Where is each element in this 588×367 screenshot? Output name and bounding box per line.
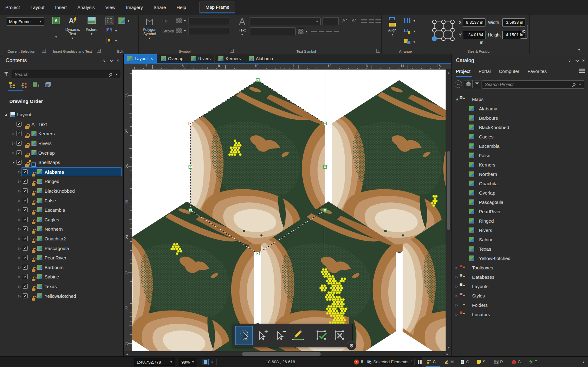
expand-icon[interactable]: ▷ bbox=[456, 313, 458, 316]
layer-row-ringed[interactable]: ▷✓Ringed bbox=[0, 176, 123, 186]
align-right-icon[interactable] bbox=[326, 29, 332, 33]
layer-row-pearlriver[interactable]: ▷✓PearlRiver bbox=[0, 253, 123, 263]
expand-icon[interactable]: ▷ bbox=[18, 256, 21, 259]
scroll-left-arrow[interactable]: ◄ bbox=[126, 351, 129, 357]
layer-row-escambia[interactable]: ▷✓Escambia bbox=[0, 205, 123, 215]
y-input[interactable]: 24.0184 in bbox=[463, 31, 485, 39]
expand-icon[interactable]: ▷ bbox=[456, 285, 458, 288]
catalog-item-texas[interactable]: Texas bbox=[452, 244, 588, 254]
order-icon[interactable] bbox=[404, 39, 410, 44]
catalog-item-pascagoula[interactable]: Pascagoula bbox=[452, 197, 588, 207]
layer-row-shellmaps[interactable]: ◢✓ShellMaps bbox=[0, 157, 123, 167]
layer-row-cagles[interactable]: ▷✓Cagles bbox=[0, 215, 123, 225]
expand-icon[interactable]: ▷ bbox=[18, 246, 21, 250]
cancel-edit-button[interactable] bbox=[331, 326, 349, 345]
map-frame-hexagons[interactable] bbox=[132, 80, 446, 351]
catalog-item-rivers[interactable]: Rivers bbox=[452, 225, 588, 235]
visibility-checkbox[interactable]: ✓ bbox=[23, 207, 28, 212]
menu-insert[interactable]: Insert bbox=[50, 0, 72, 15]
scroll-down-arrow[interactable]: ▼ bbox=[447, 345, 450, 350]
catalog-item-databases[interactable]: ▷Databases bbox=[452, 272, 588, 282]
catalog-tab-portal[interactable]: Portal bbox=[479, 69, 491, 74]
tab-list-by-drawing-order[interactable] bbox=[8, 81, 17, 89]
close-icon[interactable]: × bbox=[151, 56, 153, 61]
select-element-tool-active[interactable] bbox=[105, 17, 114, 25]
expand-icon[interactable]: ▷ bbox=[456, 294, 458, 297]
chevron-down-icon[interactable]: ∨ bbox=[103, 58, 106, 63]
doc-tab-alabama[interactable]: Alabama bbox=[245, 54, 277, 63]
picture-button[interactable]: Picture ▼ bbox=[84, 17, 99, 36]
dock-tab-6[interactable]: E... bbox=[527, 358, 542, 366]
remove-from-selection-tool[interactable] bbox=[271, 326, 289, 345]
layer-row-kerners[interactable]: ▷✓Kerners bbox=[0, 129, 123, 138]
selected-elements-status[interactable]: Selected Elements: 1 bbox=[373, 357, 413, 367]
scale-combo[interactable]: 1:48,752,778 ▼ bbox=[134, 358, 175, 366]
map-frame-tool-icon[interactable] bbox=[118, 17, 125, 24]
dock-tab-3[interactable]: S... bbox=[475, 358, 490, 366]
horizontal-scroll-thumb[interactable] bbox=[242, 352, 321, 356]
expand-icon[interactable]: ▷ bbox=[18, 294, 21, 297]
expand-icon[interactable]: ▷ bbox=[18, 284, 21, 288]
catalog-item-layouts[interactable]: ▷Layouts bbox=[452, 282, 588, 291]
catalog-item-northern[interactable]: Northern bbox=[452, 169, 588, 179]
layer-row-layout[interactable]: ◢Layout bbox=[0, 110, 123, 119]
layer-row-yellowblotched[interactable]: ▷✓YellowBlotched bbox=[0, 291, 123, 301]
menu-layout[interactable]: Layout bbox=[25, 0, 50, 15]
distribute-icon[interactable] bbox=[404, 18, 410, 23]
doc-tab-overlap[interactable]: Overlap bbox=[157, 54, 187, 63]
dialog-launcher-icon[interactable]: ↘ bbox=[230, 49, 234, 53]
catalog-search-input[interactable]: Search Project ▼ bbox=[482, 80, 584, 89]
pin-icon[interactable] bbox=[110, 58, 114, 62]
collapse-icon[interactable]: ◢ bbox=[5, 113, 7, 116]
layer-row-text[interactable]: ✓AText bbox=[0, 119, 123, 129]
pin-icon[interactable] bbox=[575, 58, 579, 62]
warning-icon[interactable]: ! bbox=[354, 360, 359, 365]
expand-icon[interactable]: ▷ bbox=[18, 189, 21, 193]
group-icon[interactable] bbox=[404, 29, 410, 34]
catalog-item-escambia[interactable]: Escambia bbox=[452, 141, 588, 151]
home-icon[interactable] bbox=[464, 80, 473, 88]
catalog-tab-favorites[interactable]: Favorites bbox=[528, 69, 547, 74]
collapse-icon[interactable]: ◢ bbox=[456, 98, 458, 101]
tab-list-by-snapping[interactable] bbox=[44, 81, 52, 89]
menu-analysis[interactable]: Analysis bbox=[72, 0, 100, 15]
catalog-item-barbours[interactable]: Barbours bbox=[452, 113, 588, 123]
expand-icon[interactable]: ▷ bbox=[18, 208, 21, 212]
tab-map-frame[interactable]: Map Frame bbox=[199, 2, 235, 13]
filter-icon[interactable] bbox=[473, 80, 481, 88]
dock-tab-4[interactable]: R... bbox=[492, 358, 508, 366]
layer-row-barbours[interactable]: ▷✓Barbours bbox=[0, 263, 123, 272]
x-input[interactable]: 8.3137 in bbox=[463, 18, 485, 27]
text-symbol-button[interactable]: A Text ▼ bbox=[237, 17, 248, 37]
expand-icon[interactable]: ▷ bbox=[456, 275, 458, 279]
visibility-checkbox[interactable]: ✓ bbox=[23, 217, 28, 222]
layout-page-viewport[interactable]: ⚙ bbox=[132, 70, 446, 351]
align-justify-icon[interactable] bbox=[334, 29, 339, 33]
doc-tab-rivers[interactable]: Rivers bbox=[187, 54, 215, 63]
layer-row-overlap[interactable]: ▷✓Overlap bbox=[0, 148, 123, 157]
catalog-item-overlap[interactable]: Overlap bbox=[452, 188, 588, 197]
chevron-down-icon[interactable]: ▼ bbox=[582, 361, 585, 364]
chevron-down-icon[interactable]: ▼ bbox=[115, 39, 117, 42]
font-color-swatch[interactable] bbox=[298, 28, 304, 34]
doc-tab-layout[interactable]: Layout× bbox=[124, 54, 157, 63]
polygon-symbol-button[interactable]: Polygon Symbol ▼ bbox=[141, 17, 159, 41]
visibility-checkbox[interactable]: ✓ bbox=[23, 236, 28, 241]
contents-search-input[interactable]: Search ▼ bbox=[12, 70, 121, 79]
expand-icon[interactable]: ▷ bbox=[18, 275, 21, 278]
layout-page[interactable] bbox=[132, 70, 446, 351]
layer-row-northern[interactable]: ▷✓Northern bbox=[0, 224, 123, 234]
visibility-checkbox[interactable]: ✓ bbox=[17, 122, 22, 127]
vertical-scrollbar[interactable]: ▲ ▼ bbox=[446, 70, 451, 351]
chevron-down-icon[interactable]: ▼ bbox=[305, 30, 308, 33]
clip-tool-icon[interactable] bbox=[107, 38, 112, 43]
expand-icon[interactable]: ▷ bbox=[456, 266, 458, 269]
edit-vertices-tool[interactable] bbox=[289, 326, 307, 345]
back-icon[interactable]: ← bbox=[455, 80, 462, 88]
catalog-item-cagles[interactable]: Cagles bbox=[452, 132, 588, 141]
scroll-up-arrow[interactable]: ▲ bbox=[447, 70, 450, 75]
chevron-down-icon[interactable]: ▼ bbox=[413, 30, 416, 33]
catalog-item-yellowblotched[interactable]: YellowBlotched bbox=[452, 254, 588, 263]
chevron-down-icon[interactable]: ▼ bbox=[413, 41, 416, 44]
doc-tab-kerners[interactable]: Kerners bbox=[215, 54, 245, 63]
